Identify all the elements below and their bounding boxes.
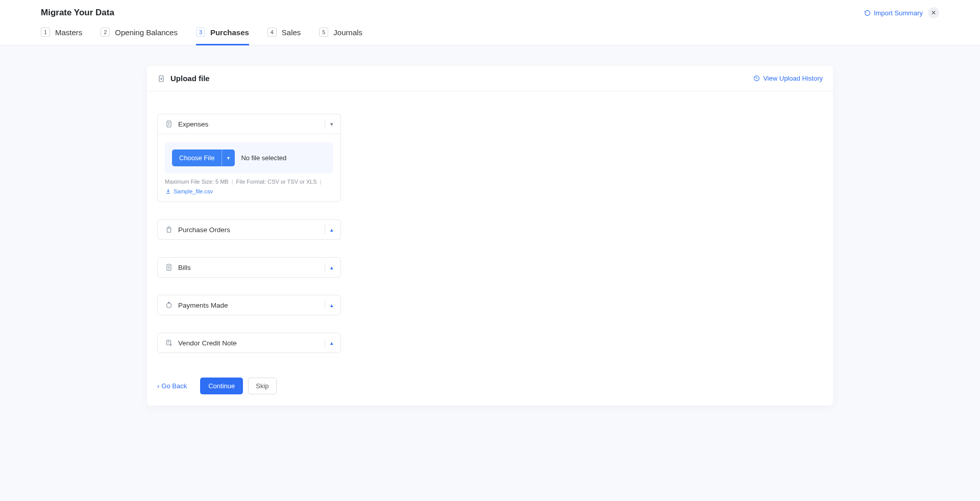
skip-button[interactable]: Skip	[248, 378, 276, 394]
tab-opening-balances[interactable]: 2 Opening Balances	[101, 28, 178, 45]
bill-icon	[165, 263, 173, 271]
tab-sales[interactable]: 4 Sales	[267, 28, 301, 45]
payment-icon	[165, 301, 173, 309]
no-file-label: No file selected	[241, 154, 286, 162]
sample-file-link[interactable]: Sample_file.csv	[165, 188, 213, 194]
import-summary-link[interactable]: Import Summary	[864, 9, 923, 17]
tab-num: 3	[196, 28, 205, 37]
tab-num: 4	[267, 28, 277, 37]
tab-label: Masters	[55, 28, 82, 37]
accordion-head-purchase-orders[interactable]: Purchase Orders ▴	[158, 220, 340, 239]
accordion-title: Payments Made	[178, 302, 228, 309]
chevron-up-icon: ▴	[330, 264, 333, 271]
choose-file-dropdown[interactable]: ▾	[222, 149, 235, 166]
separator: |	[320, 179, 322, 185]
accordion-title: Purchase Orders	[178, 226, 230, 234]
page-title: Migrate Your Data	[41, 8, 114, 18]
svg-rect-6	[166, 340, 170, 345]
tab-journals[interactable]: 5 Journals	[319, 28, 362, 45]
accordion-expenses: Expenses ▾ Choose File ▾	[157, 114, 341, 202]
choose-file-button[interactable]: Choose File	[172, 149, 222, 166]
tab-num: 2	[101, 28, 110, 37]
max-size-label: Maximum File Size: 5 MB	[165, 179, 229, 185]
sample-file-label: Sample_file.csv	[174, 188, 213, 194]
separator: |	[232, 179, 233, 185]
tab-label: Journals	[333, 28, 362, 37]
go-back-label: Go Back	[161, 382, 187, 390]
history-icon	[753, 75, 760, 82]
refresh-icon	[864, 10, 871, 16]
tab-label: Sales	[282, 28, 301, 37]
close-icon: ✕	[931, 9, 936, 16]
separator	[325, 225, 325, 234]
credit-note-icon	[165, 339, 173, 347]
chevron-up-icon: ▴	[330, 340, 333, 346]
accordion-title: Expenses	[178, 120, 208, 128]
receipt-icon	[165, 120, 173, 128]
download-icon	[165, 188, 172, 194]
accordion-title: Bills	[178, 264, 191, 271]
view-upload-history-label: View Upload History	[763, 74, 823, 82]
separator	[325, 338, 325, 347]
accordion-head-payments-made[interactable]: Payments Made ▴	[158, 295, 340, 315]
accordion-bills: Bills ▴	[157, 257, 341, 278]
tab-num: 1	[41, 28, 50, 37]
close-button[interactable]: ✕	[928, 7, 939, 18]
tab-label: Purchases	[210, 28, 249, 37]
clipboard-upload-icon	[157, 74, 165, 83]
accordion-payments-made: Payments Made ▴	[157, 295, 341, 315]
chevron-up-icon: ▴	[330, 302, 333, 309]
accordion-head-expenses[interactable]: Expenses ▾	[158, 114, 340, 134]
separator	[325, 119, 325, 129]
bag-icon	[165, 226, 173, 234]
svg-point-4	[168, 268, 169, 269]
chevron-down-icon: ▾	[330, 121, 333, 128]
chevron-up-icon: ▴	[330, 227, 333, 233]
view-upload-history-link[interactable]: View Upload History	[753, 74, 823, 82]
tab-label: Opening Balances	[115, 28, 178, 37]
continue-button[interactable]: Continue	[200, 378, 243, 394]
separator	[325, 300, 325, 310]
card-title: Upload file	[170, 74, 210, 83]
tab-num: 5	[319, 28, 328, 37]
chevron-left-icon: ‹	[157, 382, 159, 390]
accordion-head-vendor-credit[interactable]: Vendor Credit Note ▴	[158, 333, 340, 353]
separator	[325, 263, 325, 272]
svg-point-5	[166, 303, 171, 308]
tab-masters[interactable]: 1 Masters	[41, 28, 82, 45]
tab-purchases[interactable]: 3 Purchases	[196, 28, 249, 45]
import-summary-label: Import Summary	[874, 9, 923, 17]
accordion-vendor-credit: Vendor Credit Note ▴	[157, 333, 341, 353]
svg-rect-1	[160, 75, 162, 77]
file-format-label: File Format: CSV or TSV or XLS	[236, 179, 317, 185]
accordion-title: Vendor Credit Note	[178, 339, 237, 347]
accordion-purchase-orders: Purchase Orders ▴	[157, 219, 341, 240]
tabs: 1 Masters 2 Opening Balances 3 Purchases…	[0, 18, 980, 45]
go-back-button[interactable]: ‹ Go Back	[157, 382, 187, 390]
accordion-head-bills[interactable]: Bills ▴	[158, 258, 340, 277]
